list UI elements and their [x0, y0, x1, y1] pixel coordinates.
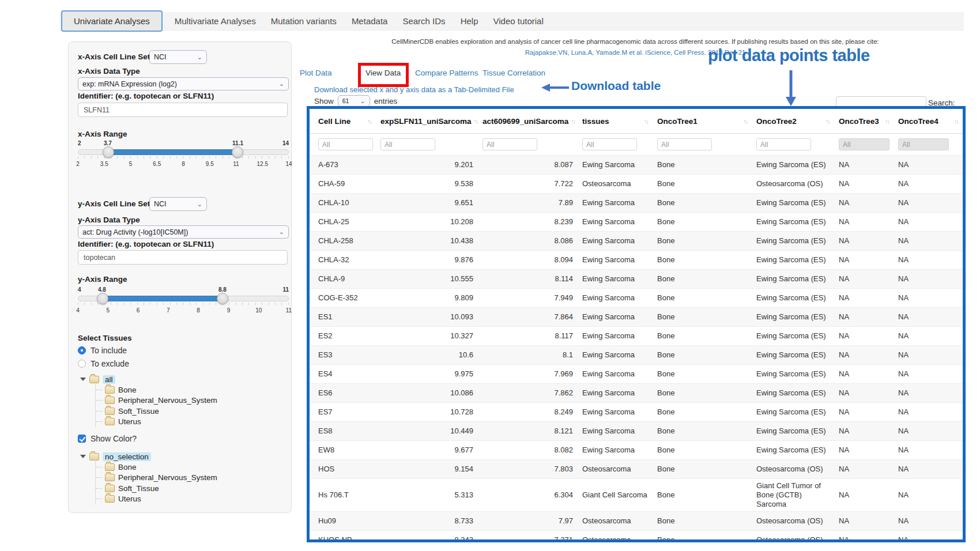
column-header-oncotree3[interactable]: OncoTree3↑↓ [834, 109, 894, 133]
y-slider-minor-ticks [78, 303, 289, 305]
cell-oncotree3: NA [834, 270, 894, 288]
column-header-act609699-unisarcoma[interactable]: act609699_uniSarcoma↑↓ [478, 109, 578, 133]
nav-tab-univariate-analyses[interactable]: Univariate Analyses [61, 10, 163, 32]
tab-compare-patterns[interactable]: Compare Patterns [415, 69, 478, 77]
tree-connector [96, 400, 103, 401]
tree-include-children: BonePeripheral_Nervous_SystemSoft_Tissue… [95, 384, 217, 427]
cell-act609699-unisarcoma: 8.249 [478, 403, 578, 421]
cell-cell-line: ES3 [310, 346, 376, 364]
y-slider-handle-low[interactable] [97, 293, 108, 304]
nav-tab-mutation-variants[interactable]: Mutation variants [263, 16, 344, 26]
column-header-oncotree2[interactable]: OncoTree2↑↓ [752, 109, 834, 133]
y-identifier-input[interactable] [78, 250, 288, 265]
nav-tab-help[interactable]: Help [453, 16, 486, 26]
filter-input-oncotree2[interactable] [756, 138, 811, 150]
tree-node-bone[interactable]: Bone [96, 384, 217, 395]
cellminercdb-page: Univariate AnalysesMultivariate Analyses… [0, 0, 980, 551]
column-header-oncotree1[interactable]: OncoTree1↑↓ [653, 109, 752, 133]
tree-node-uterus[interactable]: Uterus [96, 417, 217, 428]
cell-oncotree4: NA [894, 531, 963, 539]
nav-tab-video-tutorial[interactable]: Video tutorial [485, 16, 551, 26]
download-tab-delimited-link[interactable]: Download selected x and y axis data as a… [314, 85, 514, 94]
filter-input-oncotree1[interactable] [657, 138, 712, 150]
cell-oncotree3: NA [834, 308, 894, 326]
cell-expslfn11-unisarcoma: 10.093 [376, 308, 478, 326]
chevron-down-icon: ⌄ [279, 228, 284, 236]
column-header-label: expSLFN11_uniSarcoma [380, 117, 472, 126]
table-row: ES310.68.1Ewing SarcomaBoneEwing Sarcoma… [310, 345, 963, 364]
folder-icon [105, 418, 115, 425]
x-slider-sl-low: 3.7 [104, 140, 112, 146]
filter-input-act609699-unisarcoma[interactable] [483, 138, 537, 150]
cell-tissues: Osteosarcoma [578, 460, 653, 478]
filter-input-oncotree3[interactable] [839, 138, 889, 150]
cell-oncotree3: NA [834, 156, 894, 174]
entries-select[interactable]: 61⌄ [338, 95, 370, 107]
folder-icon [105, 485, 115, 492]
filter-input-tissues[interactable] [582, 138, 637, 150]
cell-expslfn11-unisarcoma: 10.728 [376, 403, 478, 421]
nav-tab-metadata[interactable]: Metadata [344, 16, 395, 26]
tree-caret-icon [80, 378, 86, 381]
tree-node-all[interactable]: all [80, 374, 217, 384]
top-nav: Univariate AnalysesMultivariate Analyses… [60, 12, 964, 31]
nav-tab-multivariate-analyses[interactable]: Multivariate Analyses [167, 16, 263, 26]
table-row: CHLA-109.6517.89Ewing SarcomaBoneEwing S… [310, 193, 963, 212]
cell-oncotree3: NA [834, 441, 894, 459]
cell-oncotree3: NA [834, 531, 894, 539]
tree-node-soft-tissue[interactable]: Soft_Tissue [96, 406, 217, 417]
tree-node-uterus[interactable]: Uterus [96, 494, 217, 505]
tissue-exclude-radio[interactable]: To exclude [78, 359, 129, 368]
tree-node-no-selection[interactable]: no_selection [80, 451, 217, 462]
show-color-checkbox[interactable]: Show Color? [78, 434, 137, 443]
cell-tissues: Ewing Sarcoma [578, 232, 653, 250]
show-entries-control: Show 61⌄ entries [314, 95, 397, 107]
column-header-oncotree4[interactable]: OncoTree4↑↓ [894, 109, 963, 133]
y-data-type-select[interactable]: act: Drug Activity (-log10[IC50M])⌄ [78, 225, 289, 239]
chevron-down-icon: ⌄ [279, 80, 284, 88]
cell-oncotree1: Bone [653, 327, 752, 345]
x-range-slider[interactable]: 2143.711.123.556.589.51112.514 [78, 140, 289, 168]
table-row: CHLA-329.8768.094Ewing SarcomaBoneEwing … [310, 250, 963, 269]
x-slider-handle-low[interactable] [103, 146, 114, 158]
tab-view-data[interactable]: View Data [365, 69, 401, 77]
folder-icon [89, 376, 99, 383]
x-slider-track [78, 149, 289, 155]
y-slider-handle-high[interactable] [217, 293, 228, 304]
cell-expslfn11-unisarcoma: 9.809 [376, 289, 478, 307]
cell-expslfn11-unisarcoma: 10.449 [376, 422, 478, 440]
cell-oncotree3: NA [834, 403, 894, 421]
column-header-tissues[interactable]: tissues↑↓ [578, 109, 653, 133]
filter-input-expslfn11-unisarcoma[interactable] [380, 138, 435, 150]
cell-oncotree2: Osteosarcoma (OS) [752, 512, 834, 530]
tree-node-peripheral-nervous-system[interactable]: Peripheral_Nervous_System [96, 473, 217, 484]
column-header-label: act609699_uniSarcoma [483, 117, 568, 126]
tree-node-bone[interactable]: Bone [96, 462, 217, 473]
cell-oncotree3: NA [834, 289, 894, 307]
tab-plot-data[interactable]: Plot Data [300, 69, 332, 77]
y-range-slider[interactable]: 4114.88.84567891011 [78, 286, 289, 314]
column-header-cell-line[interactable]: Cell Line↑↓ [310, 109, 376, 133]
column-header-expslfn11-unisarcoma[interactable]: expSLFN11_uniSarcoma↑↓ [376, 109, 478, 133]
cell-oncotree3: NA [834, 512, 894, 530]
nav-tab-search-ids[interactable]: Search IDs [395, 16, 453, 26]
x-data-type-select[interactable]: exp: mRNA Expression (log2)⌄ [78, 77, 289, 90]
x-slider-handle-high[interactable] [232, 146, 243, 158]
y-cell-line-set-select[interactable]: NCI⌄ [149, 197, 207, 211]
tree-node-peripheral-nervous-system[interactable]: Peripheral_Nervous_System [96, 395, 217, 406]
x-range-label: x-Axis Range [78, 130, 127, 138]
tree-node-soft-tissue[interactable]: Soft_Tissue [96, 483, 217, 494]
radio-unselected-icon [78, 360, 86, 368]
x-slider-fill [108, 149, 239, 155]
table-row: ES710.7288.249Ewing SarcomaBoneEwing Sar… [310, 402, 963, 421]
tab-tissue-correlation[interactable]: Tissue Correlation [483, 69, 545, 77]
x-cell-line-set-select[interactable]: NCI⌄ [149, 50, 207, 64]
tissue-include-radio[interactable]: To include [78, 346, 127, 355]
filter-input-oncotree4[interactable] [898, 138, 949, 150]
cell-oncotree3: NA [834, 251, 894, 269]
y-slider-tick: 8 [197, 307, 200, 314]
x-identifier-input[interactable] [78, 103, 288, 117]
filter-input-cell-line[interactable] [318, 138, 373, 150]
cell-tissues: Osteosarcoma [578, 531, 653, 539]
cell-expslfn11-unisarcoma: 9.538 [376, 175, 478, 193]
